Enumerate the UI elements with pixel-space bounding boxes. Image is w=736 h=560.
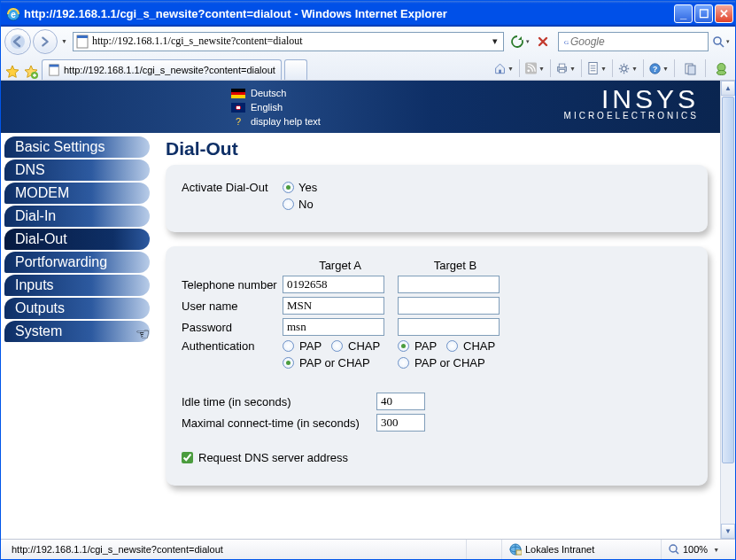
- favorites-star-icon[interactable]: [4, 64, 20, 80]
- idle-label: Idle time (in seconds): [182, 395, 376, 408]
- svg-point-22: [622, 66, 626, 70]
- activate-yes-radio[interactable]: [283, 182, 294, 193]
- request-dns-checkbox[interactable]: [182, 452, 193, 463]
- scroll-track[interactable]: [721, 464, 735, 524]
- ie-icon: e: [6, 7, 20, 21]
- maxconn-label: Maximal connect-time (in seconds): [182, 416, 376, 430]
- lang-en-label: English: [251, 100, 283, 114]
- nav-history-dropdown[interactable]: ▼: [61, 38, 67, 44]
- forward-button[interactable]: [33, 29, 58, 54]
- scroll-up-button[interactable]: ▲: [721, 81, 735, 96]
- telephone-b-input[interactable]: [398, 276, 500, 293]
- sidebar-item-outputs[interactable]: Outputs: [4, 298, 150, 319]
- page-icon: [48, 64, 60, 76]
- auth-a-chap-radio[interactable]: [331, 340, 343, 352]
- help-button[interactable]: ?▼: [648, 58, 670, 78]
- svg-point-14: [527, 69, 530, 72]
- search-button[interactable]: ▾: [710, 32, 732, 51]
- refresh-button[interactable]: ▾: [509, 32, 531, 51]
- auth-b-chap-radio[interactable]: [446, 340, 458, 352]
- status-url: http://192.168.1.1/cgi_s_newsite?content…: [4, 540, 466, 559]
- research-button[interactable]: [679, 58, 701, 78]
- target-a-header: Target A: [283, 259, 398, 272]
- password-b-input[interactable]: [398, 318, 500, 336]
- scroll-thumb[interactable]: [722, 97, 734, 463]
- security-zone: Lokales Intranet: [501, 540, 661, 559]
- messenger-button[interactable]: [710, 58, 732, 78]
- window-minimize[interactable]: _: [674, 4, 693, 23]
- search-box[interactable]: G: [558, 32, 709, 51]
- sidebar-item-dial-out[interactable]: Dial-Out: [4, 229, 150, 250]
- window-close[interactable]: ✕: [715, 4, 733, 23]
- sidebar-item-dns[interactable]: DNS: [4, 159, 150, 181]
- address-bar[interactable]: ▾: [73, 32, 504, 51]
- window-titlebar: e http://192.168.1.1/cgi_s_newsite?conte…: [1, 1, 735, 27]
- telephone-a-input[interactable]: [283, 276, 384, 293]
- lang-de-link[interactable]: Deutsch: [231, 86, 321, 100]
- yes-label: Yes: [298, 181, 317, 194]
- svg-text:e: e: [11, 10, 16, 19]
- sidebar-item-inputs[interactable]: Inputs: [4, 275, 150, 296]
- username-label: User name: [182, 299, 283, 313]
- add-favorite-icon[interactable]: [23, 64, 39, 80]
- stop-button[interactable]: [532, 32, 554, 51]
- page-content: Deutsch English ?display help text INSYS…: [1, 81, 720, 539]
- svg-line-34: [676, 551, 678, 554]
- lang-en-link[interactable]: English: [231, 100, 321, 114]
- sidebar-item-dial-in[interactable]: Dial-In: [4, 206, 150, 227]
- paporchap-label: PAP or CHAP: [299, 356, 370, 369]
- password-a-input[interactable]: [283, 318, 384, 336]
- sidebar-item-portforwarding[interactable]: Portforwarding: [4, 252, 150, 273]
- sidebar-item-basic-settings[interactable]: Basic Settings: [4, 136, 150, 158]
- target-panel: Target A Target B Telephone number User …: [166, 246, 708, 486]
- auth-label: Authentication: [182, 339, 283, 353]
- page-menu-button[interactable]: ▼: [586, 58, 608, 78]
- svg-rect-11: [50, 65, 59, 67]
- home-button[interactable]: ▼: [493, 58, 515, 78]
- username-a-input[interactable]: [283, 297, 384, 315]
- search-input[interactable]: [570, 35, 704, 48]
- new-tab-button[interactable]: [284, 59, 307, 80]
- auth-b-paporchap-radio[interactable]: [398, 357, 409, 369]
- sidebar-nav: Basic SettingsDNSMODEMDial-InDial-OutPor…: [4, 133, 150, 500]
- username-b-input[interactable]: [398, 297, 500, 315]
- svg-point-33: [670, 545, 677, 552]
- window-title: http://192.168.1.1/cgi_s_newsite?content…: [24, 7, 674, 20]
- svg-point-2: [11, 35, 25, 49]
- scroll-down-button[interactable]: ▼: [721, 524, 735, 539]
- print-button[interactable]: ▼: [555, 58, 577, 78]
- address-input[interactable]: [92, 35, 489, 48]
- google-icon: G: [562, 35, 570, 48]
- logo-subtext: MICROELECTRONICS: [564, 111, 699, 121]
- vertical-scrollbar[interactable]: ▲ ▼: [720, 81, 735, 539]
- auth-a-paporchap-radio[interactable]: [283, 357, 294, 369]
- feeds-button[interactable]: ▼: [524, 58, 546, 78]
- password-label: Password: [182, 321, 283, 334]
- auth-a-pap-radio[interactable]: [283, 340, 294, 352]
- maxconn-input[interactable]: [376, 414, 425, 432]
- help-label: display help text: [251, 114, 321, 128]
- zoom-control[interactable]: 100% ▼: [661, 540, 732, 559]
- target-b-header: Target B: [398, 259, 513, 272]
- address-dropdown[interactable]: ▾: [489, 35, 501, 47]
- activate-no-radio[interactable]: [283, 198, 294, 210]
- svg-rect-12: [499, 70, 500, 74]
- activate-panel: Activate Dial-Out Yes No: [166, 165, 708, 232]
- svg-line-8: [720, 43, 724, 47]
- request-dns-label: Request DNS server address: [198, 451, 348, 464]
- zoom-icon: [669, 544, 679, 555]
- chap-label: CHAP: [348, 339, 380, 353]
- lang-de-label: Deutsch: [251, 86, 286, 100]
- display-help-link[interactable]: ?display help text: [231, 114, 321, 128]
- svg-point-28: [717, 70, 725, 74]
- auth-b-pap-radio[interactable]: [398, 340, 409, 352]
- sidebar-item-system[interactable]: System: [4, 321, 150, 342]
- sidebar-item-modem[interactable]: MODEM: [4, 183, 150, 204]
- idle-time-input[interactable]: [376, 393, 425, 410]
- status-bar: http://192.168.1.1/cgi_s_newsite?content…: [1, 539, 735, 559]
- tools-button[interactable]: ▼: [617, 58, 639, 78]
- back-button[interactable]: [4, 28, 31, 55]
- svg-text:G: G: [564, 38, 569, 45]
- tab-current[interactable]: http://192.168.1.1/cgi_s_newsite?content…: [42, 59, 282, 80]
- window-maximize[interactable]: ☐: [694, 4, 713, 23]
